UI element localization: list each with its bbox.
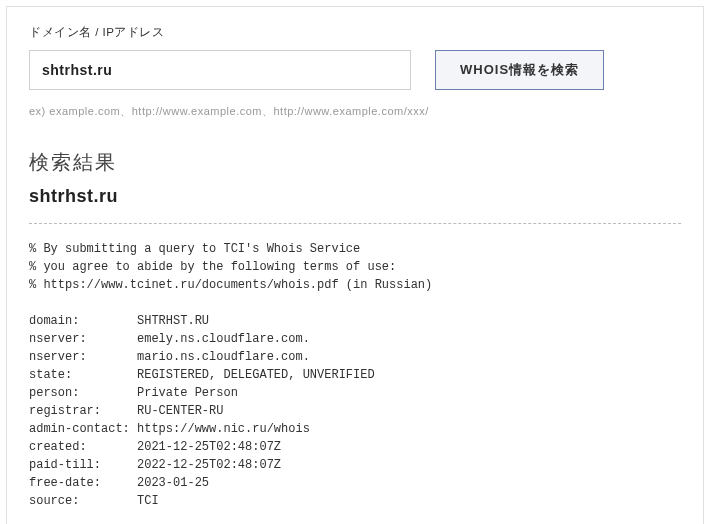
whois-panel: ドメイン名 / IPアドレス WHOIS情報を検索 ex) example.co… (6, 6, 704, 524)
results-heading: 検索結果 (29, 149, 681, 176)
whois-search-button[interactable]: WHOIS情報を検索 (435, 50, 604, 90)
whois-output: % By submitting a query to TCI's Whois S… (29, 240, 681, 524)
result-domain-name: shtrhst.ru (29, 186, 681, 207)
domain-input[interactable] (29, 50, 411, 90)
search-row: WHOIS情報を検索 (29, 50, 681, 90)
domain-field-label: ドメイン名 / IPアドレス (29, 25, 681, 40)
divider (29, 223, 681, 224)
example-text: ex) example.com、http://www.example.com、h… (29, 104, 681, 119)
